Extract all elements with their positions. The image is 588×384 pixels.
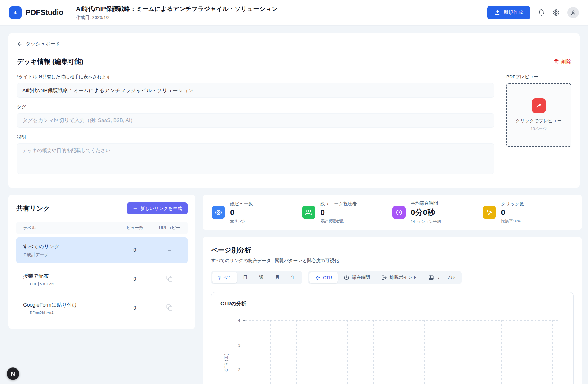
- eye-icon: [212, 206, 225, 219]
- notifications-button[interactable]: [538, 9, 545, 16]
- app-logo-icon: [9, 6, 22, 19]
- y-tick-2: 2: [238, 367, 240, 372]
- upload-icon: [495, 10, 500, 15]
- plus-icon: [133, 206, 138, 211]
- tab-period-year[interactable]: 年: [286, 272, 301, 283]
- main-content: ダッシュボード デッキ情報 (編集可能) 削除 *タイトル ※共有した時に相手に…: [0, 33, 588, 384]
- clock-icon: [344, 275, 349, 280]
- back-to-dashboard-link[interactable]: ダッシュボード: [17, 41, 60, 47]
- stat-average-dwell-time: 平均滞在時間 0分0秒 1セッション平均: [392, 201, 483, 224]
- table-icon: [428, 275, 434, 280]
- ctr-line-chart: 4 3 2 1 CTR (回): [220, 314, 564, 384]
- stat-total-views: 総ビュー数 0 全リンク: [212, 201, 302, 224]
- description-field-label: 説明: [17, 134, 494, 140]
- no-copy-dash: –: [168, 248, 171, 253]
- header-actions: 新規作成: [487, 6, 579, 19]
- pdf-preview-section: PDFプレビュー クリックでプレビュー 10ページ: [506, 74, 571, 175]
- brand: PDFStudio: [9, 6, 63, 19]
- shared-links-card: 共有リンク 新しいリンクを生成 ラベル ビュー数 URLコピー すべてのリンク: [8, 195, 195, 329]
- y-axis-label: CTR (回): [223, 354, 229, 372]
- pdf-file-icon: [532, 98, 546, 113]
- bell-icon: [538, 9, 545, 16]
- pdf-preview-box[interactable]: クリックでプレビュー 10ページ: [506, 83, 571, 147]
- trash-icon: [554, 59, 559, 64]
- ctr-chart-panel: CTRの分析: [211, 292, 574, 384]
- gear-icon: [553, 9, 560, 16]
- person-icon: [570, 10, 576, 16]
- views-count: 0: [134, 276, 136, 282]
- app-header: PDFStudio AI時代のIP保護戦略：ミームによるアンチフラジャイル・ソリ…: [0, 0, 588, 25]
- copy-icon: [166, 304, 172, 311]
- tab-view-table[interactable]: テーブル: [423, 272, 460, 283]
- stats-summary-card: 総ビュー数 0 全リンク 総ユニーク視聴者 0: [203, 195, 582, 230]
- tab-period-week[interactable]: 週: [254, 272, 269, 283]
- stat-clicks: クリック数 0 転換率: 0%: [483, 201, 573, 224]
- preview-page-count: 10ページ: [530, 126, 547, 132]
- user-avatar[interactable]: [567, 7, 579, 18]
- period-tab-group: すべて 日 週 月 年: [211, 271, 302, 284]
- description-textarea[interactable]: [17, 143, 494, 174]
- document-header: AI時代のIP保護戦略：ミームによるアンチフラジャイル・ソリューション 作成日:…: [76, 5, 278, 20]
- link-row-class-distribution[interactable]: 授業で配布 ...CHLj5JGLz0 0: [16, 266, 188, 292]
- tag-input[interactable]: [17, 113, 494, 128]
- column-header-label: ラベル: [16, 225, 118, 231]
- copy-icon: [166, 276, 172, 282]
- tab-period-day[interactable]: 日: [238, 272, 253, 283]
- tab-view-exit-points[interactable]: 離脱ポイント: [376, 272, 422, 283]
- analytics-subtitle: すべてのリンクの統合データ - 閲覧パターンと関心度の可視化: [211, 258, 574, 264]
- deck-info-card: ダッシュボード デッキ情報 (編集可能) 削除 *タイトル ※共有した時に相手に…: [8, 33, 580, 188]
- copy-url-button[interactable]: [166, 276, 172, 283]
- tab-view-ctr[interactable]: CTR: [309, 272, 338, 283]
- arrow-left-icon: [17, 41, 23, 47]
- tag-field-label: タグ: [17, 104, 494, 110]
- deck-info-heading: デッキ情報 (編集可能): [17, 57, 83, 66]
- generate-link-button[interactable]: 新しいリンクを生成: [127, 202, 188, 214]
- column-header-url-copy: URLコピー: [151, 225, 188, 231]
- brand-name: PDFStudio: [26, 8, 63, 17]
- y-tick-4: 4: [238, 318, 240, 323]
- settings-button[interactable]: [553, 9, 560, 16]
- shared-links-heading: 共有リンク: [16, 204, 50, 213]
- new-create-button[interactable]: 新規作成: [487, 6, 530, 19]
- deck-form: *タイトル ※共有した時に相手に表示されます タグ 説明: [17, 74, 494, 175]
- links-table-header: ラベル ビュー数 URLコピー: [16, 222, 188, 234]
- link-row-google-form[interactable]: GoogleFormに貼り付け ...DFmm2kHeuA 0: [16, 295, 188, 321]
- chart-title: CTRの分析: [220, 300, 564, 307]
- tab-period-all[interactable]: すべて: [212, 272, 237, 283]
- pdf-preview-label: PDFプレビュー: [506, 74, 571, 80]
- column-header-views: ビュー数: [118, 225, 151, 231]
- cursor-icon: [483, 206, 496, 219]
- exit-icon: [381, 275, 387, 280]
- document-created-date: 作成日: 2026/1/2: [76, 15, 278, 20]
- deck-title-input[interactable]: [17, 83, 494, 98]
- link-row-all-links[interactable]: すべてのリンク 全統計データ 0 –: [16, 237, 188, 263]
- document-title: AI時代のIP保護戦略：ミームによるアンチフラジャイル・ソリューション: [76, 5, 278, 13]
- views-count: 0: [134, 248, 136, 253]
- y-tick-3: 3: [238, 342, 240, 348]
- delete-button[interactable]: 削除: [554, 59, 571, 65]
- title-field-label: *タイトル ※共有した時に相手に表示されます: [17, 74, 494, 80]
- copy-url-button[interactable]: [166, 304, 172, 311]
- clock-icon: [392, 206, 406, 219]
- tab-view-dwell-time[interactable]: 滞在時間: [338, 272, 375, 283]
- preview-click-text: クリックでプレビュー: [516, 118, 562, 124]
- analytics-heading: ページ別分析: [211, 246, 574, 255]
- users-icon: [302, 206, 315, 219]
- stat-unique-viewers: 総ユニーク視聴者 0 累計視聴者数: [302, 201, 393, 224]
- views-count: 0: [134, 305, 136, 311]
- links-table: ラベル ビュー数 URLコピー すべてのリンク 全統計データ 0 – 授業で配布: [16, 222, 188, 321]
- dev-badge[interactable]: N: [7, 367, 19, 380]
- cursor-icon: [315, 275, 320, 280]
- page-analytics-card: ページ別分析 すべてのリンクの統合データ - 閲覧パターンと関心度の可視化 すべ…: [203, 237, 582, 384]
- tab-period-month[interactable]: 月: [270, 272, 285, 283]
- view-tab-group: CTR 滞在時間 離脱ポイント: [308, 271, 462, 284]
